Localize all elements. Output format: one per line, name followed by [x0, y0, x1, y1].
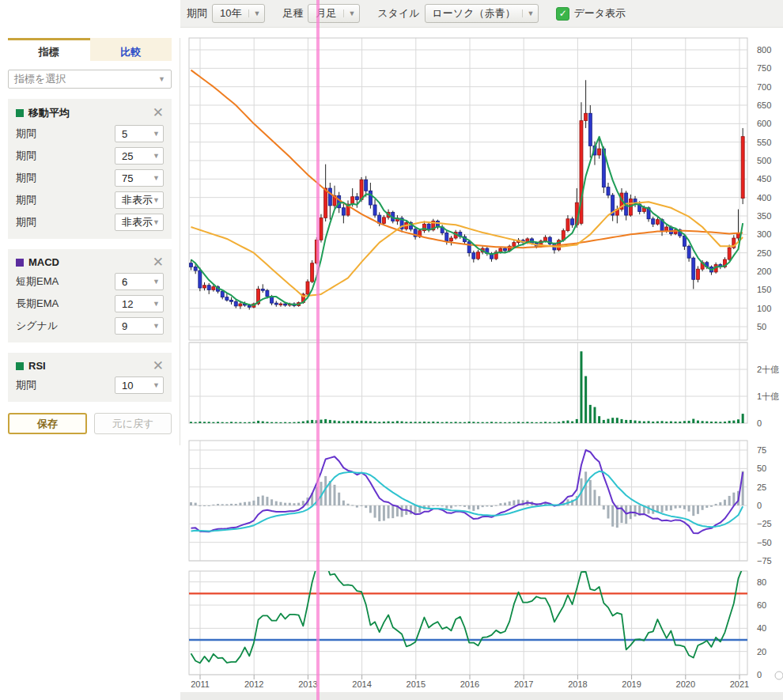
svg-text:−50: −50	[757, 538, 772, 547]
svg-text:2014: 2014	[352, 679, 371, 689]
svg-text:300: 300	[757, 229, 771, 239]
svg-text:2020: 2020	[676, 679, 695, 689]
svg-text:750: 750	[757, 63, 771, 73]
svg-text:600: 600	[757, 119, 771, 128]
volume-panel	[190, 351, 744, 423]
svg-text:0: 0	[757, 670, 762, 679]
parameter-select[interactable]: 6▼	[115, 273, 164, 290]
rsi-line	[191, 562, 743, 663]
svg-text:50: 50	[757, 464, 766, 473]
x-axis: 2011201220132014201520162017201820192020…	[180, 672, 783, 700]
close-icon[interactable]: ✕	[153, 108, 164, 119]
chevron-down-icon: ▼	[153, 278, 160, 286]
parameter-label: 期間	[16, 215, 36, 229]
axis-slider-handle	[775, 672, 783, 679]
parameter-row: 期間非表示▼	[16, 191, 164, 209]
svg-text:0: 0	[757, 418, 762, 428]
parameter-value: 75	[122, 172, 133, 184]
svg-text:500: 500	[757, 156, 771, 165]
parameter-row: 期間非表示▼	[16, 214, 164, 231]
chart-canvas[interactable]: 5010015020025030035040045050055060065070…	[180, 0, 783, 700]
parameter-value: 9	[122, 320, 127, 332]
indicator-select-placeholder: 指標を選択	[14, 72, 66, 86]
svg-text:2019: 2019	[622, 679, 641, 689]
parameter-label: 期間	[16, 149, 36, 163]
svg-text:650: 650	[757, 100, 771, 110]
indicator-color-swatch	[16, 259, 24, 267]
parameter-select[interactable]: 12▼	[115, 295, 164, 312]
svg-text:150: 150	[757, 285, 771, 294]
parameter-select[interactable]: 25▼	[115, 147, 164, 165]
ma5-line	[191, 137, 743, 305]
parameter-value: 12	[122, 298, 133, 310]
indicator-section-ma: 移動平均✕期間5▼期間25▼期間75▼期間非表示▼期間非表示▼	[8, 99, 172, 239]
parameter-label: 期間	[16, 193, 36, 207]
stock-chart[interactable]: 5010015020025030035040045050055060065070…	[180, 0, 783, 700]
parameter-row: 期間5▼	[16, 125, 164, 142]
svg-text:−75: −75	[757, 556, 772, 566]
parameter-row: 長期EMA12▼	[16, 295, 164, 312]
svg-text:450: 450	[757, 174, 771, 184]
svg-text:2021: 2021	[730, 679, 749, 689]
svg-text:40: 40	[757, 623, 766, 633]
svg-text:1十億: 1十億	[757, 392, 779, 401]
tab-indicators[interactable]: 指標	[8, 38, 90, 61]
chevron-down-icon: ▼	[153, 322, 160, 330]
indicator-title: RSI	[28, 360, 46, 372]
parameter-row: 期間25▼	[16, 147, 164, 165]
svg-text:75: 75	[757, 445, 766, 455]
parameter-label: 期間	[16, 171, 36, 185]
parameter-row: 短期EMA6▼	[16, 273, 164, 290]
parameter-select[interactable]: 10▼	[115, 376, 164, 394]
close-icon[interactable]: ✕	[153, 361, 164, 372]
tab-compare[interactable]: 比較	[90, 38, 172, 61]
parameter-row: シグナル9▼	[16, 317, 164, 335]
macd-signal-line	[191, 471, 743, 532]
svg-text:400: 400	[757, 193, 771, 202]
svg-text:200: 200	[757, 267, 771, 276]
svg-text:800: 800	[757, 45, 771, 55]
svg-text:2011: 2011	[191, 679, 210, 689]
parameter-value: 非表示	[122, 215, 153, 229]
svg-text:2013: 2013	[298, 679, 317, 689]
parameter-label: 長期EMA	[16, 297, 59, 311]
chevron-down-icon: ▼	[153, 152, 160, 160]
crosshair-line[interactable]	[316, 0, 320, 700]
parameter-row: 期間10▼	[16, 376, 164, 394]
chevron-down-icon: ▼	[153, 381, 160, 389]
parameter-value: 10	[122, 380, 133, 392]
chevron-down-icon: ▼	[153, 300, 160, 308]
svg-text:50: 50	[757, 322, 766, 331]
ma75-line	[191, 70, 743, 248]
svg-text:25: 25	[757, 482, 766, 492]
close-icon[interactable]: ✕	[153, 257, 164, 268]
chevron-down-icon: ▼	[153, 174, 160, 182]
parameter-select[interactable]: 非表示▼	[115, 214, 164, 231]
sidebar-tabs: 指標 比較	[8, 38, 172, 61]
parameter-select[interactable]: 75▼	[115, 169, 164, 187]
parameter-row: 期間75▼	[16, 169, 164, 187]
parameter-select[interactable]: 5▼	[115, 125, 164, 142]
svg-text:2十億: 2十億	[757, 365, 779, 374]
svg-text:700: 700	[757, 82, 771, 92]
macd-line	[191, 450, 743, 533]
parameter-select[interactable]: 9▼	[115, 317, 164, 335]
chevron-down-icon: ▼	[153, 196, 160, 204]
indicator-section-macd: MACD✕短期EMA6▼長期EMA12▼シグナル9▼	[8, 249, 172, 342]
indicator-title: 移動平均	[28, 106, 70, 120]
save-button[interactable]: 保存	[8, 413, 87, 434]
indicator-select[interactable]: 指標を選択 ▼	[8, 70, 172, 89]
indicator-color-swatch	[16, 362, 24, 370]
parameter-label: 短期EMA	[16, 274, 59, 289]
svg-text:2018: 2018	[568, 679, 587, 689]
svg-text:2015: 2015	[407, 679, 426, 689]
reset-button[interactable]: 元に戻す	[94, 413, 172, 434]
parameter-select[interactable]: 非表示▼	[115, 191, 164, 209]
parameter-label: 期間	[16, 127, 36, 141]
svg-text:100: 100	[757, 304, 771, 313]
svg-text:2017: 2017	[514, 679, 533, 689]
chevron-down-icon: ▼	[153, 130, 160, 138]
parameter-value: 25	[122, 150, 133, 162]
svg-text:60: 60	[757, 600, 766, 610]
svg-text:0: 0	[757, 501, 762, 510]
